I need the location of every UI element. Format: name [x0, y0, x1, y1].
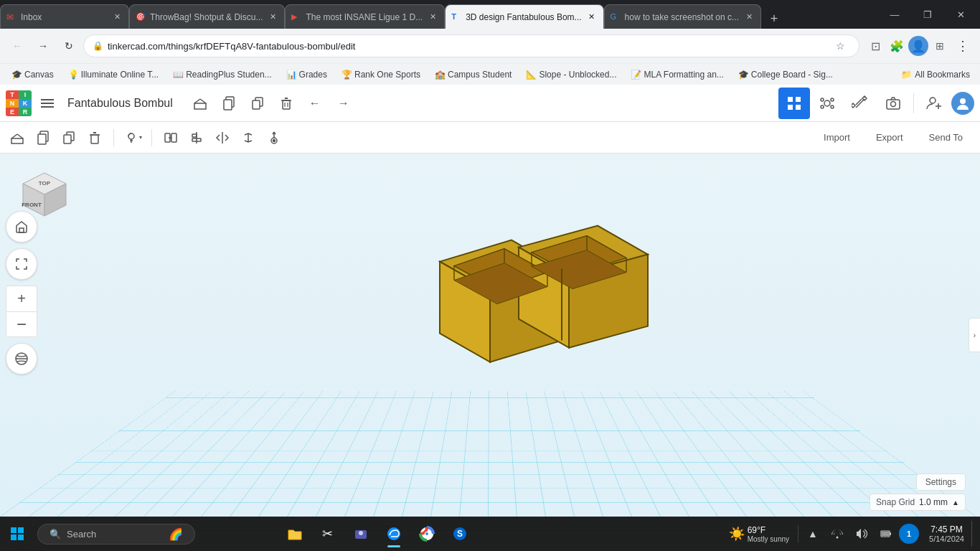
network-icon[interactable]	[826, 522, 849, 545]
sendto-button[interactable]: Send To	[918, 126, 974, 150]
svg-point-19	[824, 100, 830, 106]
sec-copy-button[interactable]	[32, 126, 55, 149]
tinkercad-logo[interactable]: T I N K E R	[6, 90, 32, 116]
zoom-in-button[interactable]: +	[6, 286, 37, 311]
tab-throwbag-close[interactable]: ✕	[267, 11, 278, 23]
taskbar-snip-tool[interactable]: ✂	[312, 518, 344, 550]
start-button[interactable]	[0, 517, 34, 551]
reload-button[interactable]: ↻	[57, 34, 80, 57]
sec-duplicate-button[interactable]	[57, 126, 80, 149]
redo-button[interactable]: →	[331, 90, 357, 116]
taskbar-clock[interactable]: 7:45 PM 5/14/2024	[923, 524, 970, 543]
tab-tinkercad[interactable]: T 3D design Fantabulous Bom... ✕	[445, 4, 603, 29]
mirror-button[interactable]	[237, 126, 260, 149]
extension-icon[interactable]: 🧩	[887, 36, 907, 56]
new-tab-button[interactable]: +	[764, 9, 784, 29]
tab-youtube[interactable]: ▶ The most INSANE Ligue 1 D... ✕	[285, 4, 445, 29]
fit-view-button[interactable]	[6, 248, 37, 280]
bookmark-campus[interactable]: 🏫 Campus Student	[429, 68, 517, 81]
profile-icon[interactable]: 👤	[908, 36, 928, 56]
ruler-button[interactable]	[263, 126, 286, 149]
svg-text:S: S	[457, 529, 463, 539]
right-panel-toggle[interactable]: ›	[969, 318, 980, 352]
show-desktop-button[interactable]	[971, 521, 974, 547]
flip-button[interactable]	[211, 126, 234, 149]
close-button[interactable]: ✕	[944, 0, 977, 29]
bookmark-illuminate-label: Illuminate Online T...	[81, 70, 159, 80]
hidden-icons-button[interactable]: ▲	[801, 522, 824, 545]
svg-point-26	[891, 101, 896, 106]
bookmark-readingplus[interactable]: 📖 ReadingPlus Studen...	[167, 68, 277, 81]
maximize-button[interactable]: ❐	[911, 0, 944, 29]
import-button[interactable]: Import	[812, 126, 862, 150]
settings-button[interactable]: Settings	[916, 474, 966, 491]
snap-grid-up[interactable]: ▲	[952, 499, 959, 507]
tab-screenshot-close[interactable]: ✕	[743, 11, 755, 23]
tab-inbox[interactable]: ✉ Inbox ✕	[0, 4, 129, 29]
tab-throwbag[interactable]: 🎯 ThrowBag! Shotput & Discu... ✕	[129, 4, 285, 29]
address-bar[interactable]: 🔒 tinkercad.com/things/krfDEFTqA8V-fanta…	[83, 34, 859, 57]
bookmark-all-bookmarks[interactable]: 📁 All Bookmarks	[897, 68, 974, 81]
taskbar-sora[interactable]: S	[444, 518, 476, 550]
taskbar-edge[interactable]	[378, 518, 410, 550]
light-button[interactable]: ▾	[121, 126, 144, 149]
bookmark-illuminate[interactable]: 💡 Illuminate Online T...	[62, 68, 165, 81]
tab-throwbag-favicon: 🎯	[136, 12, 146, 22]
perspective-button[interactable]	[6, 343, 37, 375]
bookmark-mla-icon: 📝	[631, 70, 641, 80]
bookmark-canvas[interactable]: 🎓 Canvas	[6, 68, 60, 81]
bookmark-slope[interactable]: 📐 Slope - Unblocked...	[520, 68, 622, 81]
tools-button[interactable]	[844, 88, 876, 119]
align-button[interactable]	[185, 126, 208, 149]
add-user-button[interactable]	[918, 88, 950, 119]
svg-rect-0	[41, 99, 54, 100]
copy-button[interactable]	[216, 90, 242, 116]
export-button[interactable]: Export	[864, 126, 915, 150]
bookmark-collegeboard[interactable]: 🎓 College Board - Sig...	[732, 68, 839, 81]
taskbar-chrome[interactable]	[411, 518, 443, 550]
home-view-button[interactable]	[6, 211, 37, 242]
sec-delete-button[interactable]	[83, 126, 106, 149]
sync-icon[interactable]: ⊞	[930, 36, 950, 56]
bookmark-star-icon[interactable]: ☆	[830, 36, 850, 56]
workplane-button[interactable]	[187, 90, 213, 116]
taskbar-weather[interactable]: ☀️ 69°F Mostly sunny	[723, 525, 795, 543]
bookmark-rankone[interactable]: 🏆 Rank One Sports	[336, 68, 426, 81]
bookmark-grades[interactable]: 📊 Grades	[281, 68, 333, 81]
back-button[interactable]: ←	[6, 34, 29, 57]
group-button[interactable]	[159, 126, 182, 149]
user-avatar[interactable]	[951, 92, 974, 115]
tab-screenshot[interactable]: G how to take screenshot on c... ✕	[604, 4, 761, 29]
zoom-out-button[interactable]: −	[6, 311, 37, 337]
tab-youtube-title: The most INSANE Ligue 1 D...	[306, 12, 423, 22]
tray-divider	[798, 525, 798, 542]
tab-youtube-close[interactable]: ✕	[427, 11, 438, 23]
duplicate-button[interactable]	[245, 90, 270, 116]
forward-button[interactable]: →	[32, 34, 55, 57]
notification-area[interactable]: 1	[899, 524, 922, 544]
screen-capture-icon[interactable]: ⊡	[865, 36, 885, 56]
undo-button[interactable]: ←	[302, 90, 328, 116]
chrome-menu-button[interactable]: ⋮	[951, 34, 974, 57]
taskbar-teams[interactable]	[345, 518, 377, 550]
taskbar-system-tray: ☀️ 69°F Mostly sunny ▲ 1	[723, 521, 980, 547]
taskbar-pinned-apps: ✂ S	[279, 518, 476, 550]
minimize-button[interactable]: —	[878, 0, 911, 29]
tab-throwbag-title: ThrowBag! Shotput & Discu...	[150, 12, 263, 22]
tinkercad-menu-button[interactable]	[36, 92, 59, 115]
delete-button[interactable]	[273, 90, 299, 116]
grid-view-button[interactable]	[778, 88, 810, 119]
svg-rect-78	[19, 228, 24, 232]
camera-button[interactable]	[877, 88, 909, 119]
taskbar-search-bar[interactable]: 🔍 Search 🌈	[37, 524, 195, 545]
bookmark-mla[interactable]: 📝 MLA Formatting an...	[625, 68, 729, 81]
volume-icon[interactable]	[850, 522, 873, 545]
tab-inbox-close[interactable]: ✕	[111, 11, 123, 23]
tab-tinkercad-close[interactable]: ✕	[586, 11, 598, 23]
tinkercard-library-button[interactable]	[811, 88, 843, 119]
left-tools: + −	[6, 211, 37, 375]
3d-canvas[interactable]: TOP FRONT	[0, 154, 980, 517]
battery-icon[interactable]	[875, 522, 897, 545]
sec-workplane-button[interactable]	[6, 126, 29, 149]
taskbar-file-explorer[interactable]	[279, 518, 311, 550]
